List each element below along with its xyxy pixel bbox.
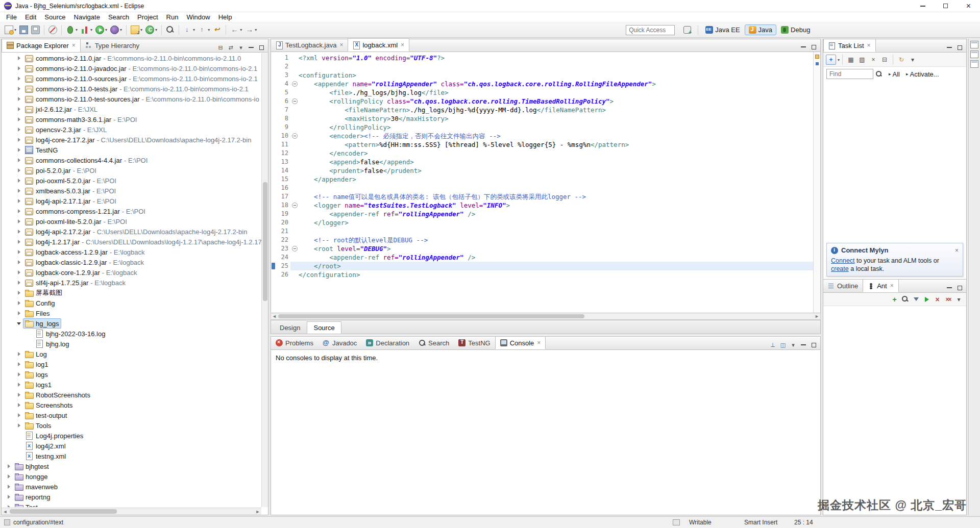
code-line-8[interactable]: 8 <maxHistory>30</maxHistory> [271, 114, 813, 123]
quick-access-input[interactable] [626, 25, 675, 35]
close-tab-icon[interactable] [401, 41, 404, 48]
find-search-icon[interactable] [875, 70, 883, 78]
close-button[interactable] [957, 0, 980, 12]
tree-item-bjhg.log[interactable]: bjhg.log [2, 339, 261, 349]
code-line-1[interactable]: 1<?xml version="1.0" encoding="UTF-8"?> [271, 54, 813, 62]
tree-item-commons-io-2.11.0-javadoc.jar[interactable]: commons-io-2.11.0-javadoc.jar- E:\common… [2, 63, 261, 73]
new-class-button[interactable] [145, 24, 157, 36]
package-explorer-vscrollbar[interactable] [261, 53, 268, 507]
gutter-marker-cell[interactable] [271, 184, 276, 192]
expand-arrow[interactable] [15, 309, 23, 317]
code-line-14[interactable]: 14 <prudent>false</prudent> [271, 166, 813, 175]
gutter-marker-cell[interactable] [271, 192, 276, 201]
forward-button[interactable] [245, 24, 257, 36]
display-console-icon[interactable]: ◫ [778, 340, 788, 349]
code-line-20[interactable]: 20 </logger> [271, 218, 813, 227]
prev-annotation-button[interactable] [198, 24, 210, 36]
remove-all-buildfiles-icon[interactable] [943, 294, 953, 304]
collapse-all-icon[interactable]: ⊟ [216, 43, 225, 52]
code-line-13[interactable]: 13 <append>false</append> [271, 158, 813, 166]
expand-arrow[interactable] [15, 125, 23, 134]
minimized-view-icon[interactable] [970, 60, 978, 68]
expand-arrow[interactable] [15, 64, 23, 72]
tab-package-explorer[interactable]: Package Explorer [2, 39, 81, 52]
tree-item-commons-io-2.11.0.jar[interactable]: commons-io-2.11.0.jar- E:\commons-io-2.1… [2, 53, 261, 63]
tree-item-commons-compress-1.21.jar[interactable]: commons-compress-1.21.jar- E:\POI [2, 206, 261, 216]
code-line-19[interactable]: 19 <appender-ref ref="rollingAppender" /… [271, 210, 813, 218]
hscroll-thumb[interactable] [278, 314, 584, 318]
menu-help[interactable]: Help [214, 13, 236, 21]
minimized-view-icon[interactable] [970, 51, 978, 58]
tree-item-testng.xml[interactable]: testng.xml [2, 451, 261, 461]
line-number[interactable]: 4 [276, 80, 290, 88]
tree-item-logback-classic-1.2.9.jar[interactable]: logback-classic-1.2.9.jar- E:\logback [2, 257, 261, 267]
gutter-marker-cell[interactable] [271, 62, 276, 71]
line-number[interactable]: 14 [276, 166, 290, 175]
gutter-marker-cell[interactable] [271, 175, 276, 184]
line-number[interactable]: 22 [276, 236, 290, 244]
gutter-marker-cell[interactable] [271, 253, 276, 262]
menu-run[interactable]: Run [162, 13, 183, 21]
perspective-java[interactable]: Java [745, 24, 776, 35]
tree-item-logback-access-1.2.9.jar[interactable]: logback-access-1.2.9.jar- E:\logback [2, 247, 261, 257]
synchronize-icon[interactable]: ↻ [896, 55, 906, 65]
expand-arrow[interactable] [15, 238, 23, 246]
gutter-marker-cell[interactable] [271, 201, 276, 210]
line-number[interactable]: 11 [276, 140, 290, 149]
filter-all-label[interactable]: All [893, 70, 900, 78]
maximize-view-icon[interactable] [257, 43, 266, 52]
line-number[interactable]: 8 [276, 114, 290, 123]
minimize-view-icon[interactable] [945, 283, 954, 292]
tree-item-slf4j-api-1.7.25.jar[interactable]: slf4j-api-1.7.25.jar- E:\logback [2, 278, 261, 288]
gutter-marker-cell[interactable] [271, 106, 276, 114]
tab-javadoc[interactable]: Javadoc [318, 336, 361, 349]
expand-arrow[interactable] [15, 360, 23, 368]
line-number[interactable]: 25 [276, 262, 290, 270]
vscroll-thumb[interactable] [263, 182, 267, 301]
line-number[interactable]: 5 [276, 88, 290, 97]
prev-annotation-dropdown-icon[interactable] [208, 28, 210, 32]
new-task-dropdown-icon[interactable] [838, 58, 840, 62]
perspective-java-ee[interactable]: Java EE [702, 25, 743, 35]
expand-arrow[interactable] [15, 177, 23, 185]
gutter-marker-cell[interactable] [271, 149, 276, 158]
tree-item-poi-ooxml-lite-5.2.0.jar[interactable]: poi-ooxml-lite-5.2.0.jar- E:\POI [2, 216, 261, 227]
maximize-view-icon[interactable] [955, 283, 964, 292]
profile-button[interactable] [110, 24, 122, 36]
view-menu-icon[interactable]: ▾ [236, 43, 246, 52]
tree-item-log1[interactable]: log1 [2, 359, 261, 369]
tree-item-logback-core-1.2.9.jar[interactable]: logback-core-1.2.9.jar- E:\logback [2, 267, 261, 278]
expand-arrow[interactable] [15, 258, 23, 266]
code-line-12[interactable]: 12 </encoder> [271, 149, 813, 158]
tree-item-commons-collections4-4.4.jar[interactable]: commons-collections4-4.4.jar- E:\POI [2, 155, 261, 165]
tab-task-list[interactable]: Task List [823, 39, 876, 52]
code-line-15[interactable]: 15 </appender> [271, 175, 813, 184]
expand-arrow[interactable] [15, 411, 23, 419]
code-line-16[interactable]: 16 [271, 184, 813, 192]
gutter-marker-cell[interactable] [271, 166, 276, 175]
line-number[interactable]: 17 [276, 192, 290, 201]
tree-item-Test[interactable]: Test [2, 502, 261, 507]
fold-cell[interactable] [290, 97, 299, 106]
tree-item-commons-io-2.11.0-test-sources.jar[interactable]: commons-io-2.11.0-test-sources.jar- E:\c… [2, 94, 261, 104]
maximize-view-icon[interactable] [955, 43, 964, 52]
tree-item-Tools[interactable]: Tools [2, 420, 261, 431]
expand-arrow[interactable] [15, 350, 23, 358]
gutter-marker-cell[interactable] [271, 158, 276, 166]
code-line-23[interactable]: 23 <root level="DEBUG"> [271, 244, 813, 253]
line-number[interactable]: 6 [276, 97, 290, 106]
gutter-marker-cell[interactable] [271, 71, 276, 80]
scroll-right-icon[interactable]: ► [814, 313, 820, 319]
coverage-button[interactable] [81, 24, 92, 36]
scroll-left-icon[interactable]: ◄ [271, 313, 278, 319]
minimize-view-icon[interactable] [799, 42, 808, 52]
add-buildfile-icon[interactable] [890, 294, 899, 304]
expand-arrow[interactable] [15, 156, 23, 164]
code-area[interactable]: 1<?xml version="1.0" encoding="UTF-8"?>2… [271, 52, 813, 313]
restore-button[interactable] [934, 0, 957, 12]
line-number[interactable]: 16 [276, 184, 290, 192]
tree-item-log4j-1.2.17.jar[interactable]: log4j-1.2.17.jar- C:\Users\DELL\Download… [2, 237, 261, 247]
scroll-right-icon[interactable]: ► [254, 508, 261, 515]
all-disclosure-icon[interactable] [889, 71, 891, 77]
line-number[interactable]: 2 [276, 62, 290, 71]
